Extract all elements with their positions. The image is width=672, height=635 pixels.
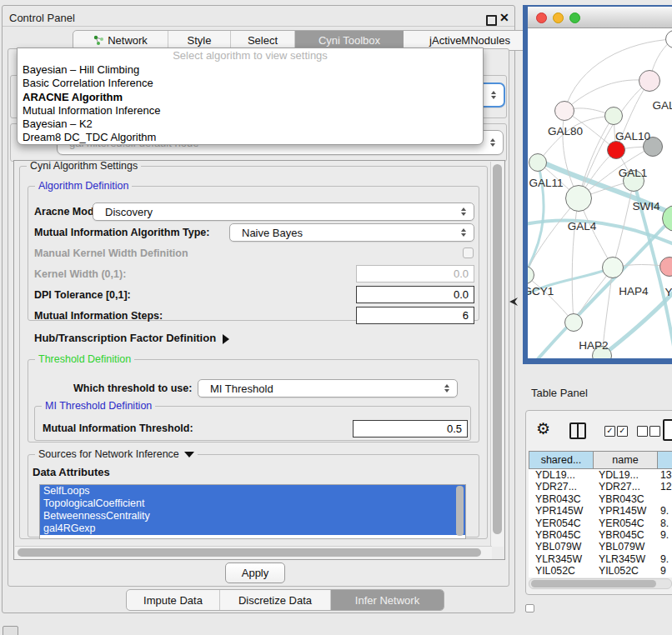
table-cell: YDR27...: [599, 481, 640, 492]
algorithm-option[interactable]: ARACNE Algorithm: [18, 91, 483, 104]
mi-type-combo[interactable]: Naive Bayes: [229, 223, 474, 242]
table-row[interactable]: YLR345WYLR345W9.: [529, 553, 672, 565]
algorithm-option[interactable]: Bayesian – Hill Climbing: [18, 63, 483, 77]
table-cell: YBR045C: [535, 529, 581, 541]
hub-definition-toggle[interactable]: Hub/Transcription Factor Definition: [34, 332, 229, 344]
data-attributes-list[interactable]: SelfLoopsTopologicalCoefficientBetweenne…: [39, 484, 466, 539]
table-row[interactable]: YBL079WYBL079W: [529, 541, 672, 552]
dpi-tolerance-label: DPI Tolerance [0,1]:: [34, 289, 131, 301]
column-header-partial[interactable]: A: [657, 451, 672, 469]
algorithm-option[interactable]: Basic Correlation Inference: [18, 77, 483, 90]
mi-threshold-label: Mutual Information Threshold:: [43, 422, 193, 434]
table-cell: 12: [660, 481, 672, 492]
column-view-icon[interactable]: [569, 422, 586, 439]
checked-checkbox-icon[interactable]: ✓: [617, 426, 628, 437]
table-row[interactable]: YIL052CYIL052C9: [529, 565, 672, 577]
close-icon[interactable]: ✕: [499, 11, 509, 24]
which-threshold-combo[interactable]: MI Threshold: [198, 379, 458, 398]
node-gal10[interactable]: [604, 107, 623, 125]
attribute-item-selected[interactable]: TopologicalCoefficient: [40, 498, 465, 510]
which-threshold-label: Which threshold to use:: [73, 382, 192, 394]
node-hap4[interactable]: [602, 257, 624, 278]
table-cell: YER054C: [535, 518, 581, 529]
algorithm-option[interactable]: Mutual Information Inference: [18, 104, 483, 118]
unchecked-checkbox-icon[interactable]: [649, 426, 660, 437]
bottom-left-partial-icon[interactable]: [3, 626, 18, 635]
checked-checkbox-icon[interactable]: ✓: [604, 426, 615, 437]
aracne-mode-combo[interactable]: Discovery: [93, 202, 474, 221]
tab-impute-data[interactable]: Impute Data: [127, 590, 220, 610]
titlebar-divider: [3, 26, 514, 27]
column-header-shared[interactable]: shared...: [529, 451, 593, 469]
unchecked-checkbox-icon[interactable]: [637, 426, 648, 437]
mi-steps-label: Mutual Information Steps:: [34, 310, 163, 322]
combo-arrows-icon: [491, 91, 496, 99]
table-hscroll-thumb[interactable]: [531, 580, 656, 588]
node-gal80[interactable]: [554, 101, 574, 121]
dpi-tolerance-field[interactable]: 0.0: [356, 286, 474, 303]
network-canvas[interactable]: GALGAL80GAL10GAL1GAL11SWI4GAL4GCY1HAP4YH…: [528, 28, 672, 358]
data-attributes-label: Data Attributes: [33, 466, 110, 478]
float-window-icon[interactable]: [486, 15, 497, 26]
table-cell: YDL19...: [535, 469, 575, 481]
close-traffic-light-icon[interactable]: [536, 12, 547, 23]
table-row[interactable]: YDL19...YDL19...13: [529, 469, 672, 481]
node-label: GCY1: [528, 285, 554, 298]
control-panel-window: Control Panel ✕ Network Style Select Cyn…: [2, 5, 515, 613]
table-cell: YDR27...: [535, 481, 577, 492]
tab-infer-network[interactable]: Infer Network: [331, 590, 444, 610]
node-gal11[interactable]: [529, 153, 547, 172]
table-cell: YBR045C: [599, 529, 644, 541]
zoom-traffic-light-icon[interactable]: [569, 12, 580, 23]
algorithm-option-list: Bayesian – Hill ClimbingBasic Correlatio…: [18, 63, 483, 145]
algorithm-option[interactable]: Bayesian – K2: [18, 118, 483, 131]
table-cell: YIL052C: [599, 565, 639, 577]
settings-hscroll-thumb[interactable]: [18, 548, 481, 557]
apply-button[interactable]: Apply: [225, 562, 285, 583]
attribute-item-selected[interactable]: gal4RGexp: [40, 522, 465, 535]
table-row[interactable]: YDR27...YDR27...12: [529, 481, 672, 492]
table-panel: ⚙ ✓ ✓ shared... name A YDL19...YDL19...1…: [525, 410, 672, 595]
manual-kernel-checkbox[interactable]: [463, 248, 474, 258]
network-edge: [528, 198, 579, 275]
node-gal4[interactable]: [565, 185, 592, 212]
node-label: HAP4: [619, 285, 648, 298]
table-cell: YBR043C: [599, 493, 644, 505]
network-window-titlebar[interactable]: [528, 7, 672, 28]
node-label: HAP2: [579, 339, 608, 352]
table-cell: YBL079W: [599, 541, 644, 552]
column-header-name[interactable]: name: [593, 451, 657, 469]
settings-vscroll-thumb[interactable]: [493, 164, 502, 534]
table-cell: YLR345W: [535, 553, 582, 565]
table-row[interactable]: YBR045CYBR045C9.: [529, 529, 672, 541]
table-body: YDL19...YDL19...13YDR27...YDR27...12YBR0…: [529, 469, 672, 578]
mi-steps-field[interactable]: 6: [356, 307, 474, 324]
table-cell: YPR145W: [599, 505, 646, 517]
table-row[interactable]: YBR043CYBR043C: [529, 493, 672, 505]
node-hap2[interactable]: [564, 313, 583, 332]
document-icon[interactable]: [663, 419, 672, 441]
bottom-tabs: Impute Data Discretize Data Infer Networ…: [126, 589, 444, 611]
gear-icon[interactable]: ⚙: [536, 419, 550, 438]
minimize-traffic-light-icon[interactable]: [553, 12, 564, 23]
algorithm-option[interactable]: Dream8 DC_TDC Algorithm: [18, 131, 483, 144]
node-label: GAL1: [619, 167, 648, 179]
tab-discretize-data[interactable]: Discretize Data: [220, 590, 331, 610]
table-row[interactable]: YER054CYER054C8.: [529, 518, 672, 529]
network-edge: [538, 116, 614, 162]
table-row[interactable]: YPR145WYPR145W9.: [529, 505, 672, 517]
table-cell: YDL19...: [599, 469, 639, 481]
table-cell: 9: [660, 565, 666, 577]
mi-type-label: Mutual Information Algorithm Type:: [34, 227, 209, 238]
node-selected-red[interactable]: [607, 141, 625, 159]
attribute-item-selected[interactable]: SelfLoops: [40, 485, 465, 498]
table-cell: YER054C: [599, 518, 644, 529]
attribute-item-selected[interactable]: BetweennessCentrality: [40, 510, 465, 522]
table-cell: 9.: [660, 553, 669, 565]
attributes-scrollbar[interactable]: [456, 486, 464, 536]
mi-threshold-field[interactable]: 0.5: [353, 420, 468, 438]
node-gal-pink[interactable]: [639, 70, 660, 92]
table-cell: YLR345W: [599, 553, 645, 565]
algorithm-dropdown-popup: Select algorithm to view settings Bayesi…: [17, 48, 484, 145]
network-edge: [572, 198, 579, 322]
